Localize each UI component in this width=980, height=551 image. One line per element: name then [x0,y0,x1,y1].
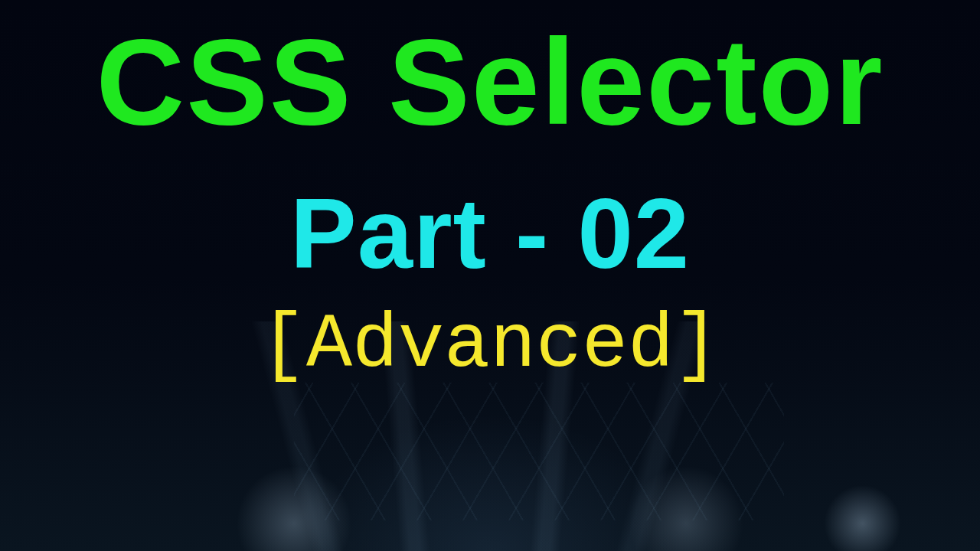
level-text: [Advanced] [260,308,720,384]
title-text: CSS Selector [96,11,884,152]
part-text: Part - 02 [290,179,690,289]
